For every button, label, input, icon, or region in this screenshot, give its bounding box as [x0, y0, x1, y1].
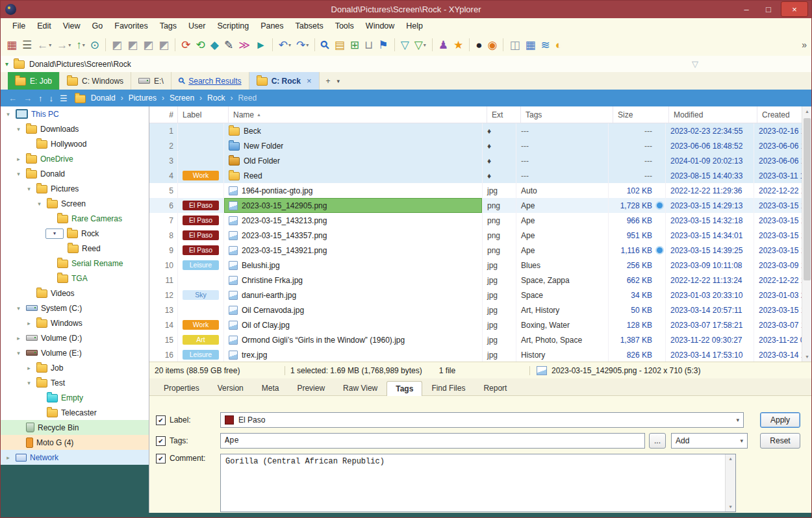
- label-combobox[interactable]: El Paso ▾: [220, 412, 744, 428]
- folder-dropdown-icon[interactable]: ▾: [45, 228, 64, 239]
- column-header-name[interactable]: Name▲: [229, 106, 487, 123]
- location-pin-button[interactable]: ⊙: [88, 36, 101, 53]
- up-button[interactable]: ↑▾: [74, 36, 87, 53]
- column-header-tags[interactable]: Tags: [521, 106, 613, 123]
- column-header-label[interactable]: Label: [178, 106, 229, 123]
- tree-item-videos[interactable]: Videos: [0, 286, 149, 301]
- scroll-thumb[interactable]: [804, 118, 811, 280]
- search-button[interactable]: ⚲: [319, 36, 331, 53]
- file-row[interactable]: 3Old Folder♦------2024-01-09 20:02:13202…: [149, 153, 812, 168]
- dropdown-arrow-icon[interactable]: ▾: [424, 42, 426, 48]
- column-header-modified[interactable]: Modified: [669, 106, 757, 123]
- crumb-down-icon[interactable]: ↓: [49, 93, 54, 103]
- expander-open-icon[interactable]: ▾: [14, 126, 23, 132]
- expander-open-icon[interactable]: ▾: [14, 350, 23, 356]
- tab-close-icon[interactable]: ×: [307, 76, 312, 86]
- crumb-forward-icon[interactable]: →: [23, 93, 32, 103]
- expander-open-icon[interactable]: ▾: [25, 186, 33, 192]
- tree-item-volume-d[interactable]: ▸Volume (D:): [0, 330, 149, 345]
- expander-closed-icon[interactable]: ▸: [4, 454, 12, 461]
- menu-item-tabsets[interactable]: Tabsets: [290, 21, 329, 31]
- package-button[interactable]: ◆: [209, 36, 221, 53]
- keypad-button[interactable]: ▦: [523, 36, 537, 53]
- tag-orange-button[interactable]: ◩: [157, 36, 171, 53]
- crumb-up-icon[interactable]: ↑: [38, 93, 43, 103]
- jump-button[interactable]: ≫: [236, 36, 252, 53]
- file-row[interactable]: 7El Paso2023-03-15_143213.pngpngApe966 K…: [149, 213, 812, 228]
- close-button[interactable]: ×: [781, 1, 808, 17]
- tree-item-empty[interactable]: Empty: [0, 390, 149, 405]
- tab-c-windows[interactable]: C: Windows: [60, 72, 131, 90]
- dropdown-arrow-icon[interactable]: ▾: [306, 42, 309, 48]
- tab-c-rock[interactable]: C: Rock×: [249, 72, 320, 90]
- menu-item-panes[interactable]: Panes: [255, 21, 289, 31]
- expander-open-icon[interactable]: ▾: [14, 171, 23, 177]
- tree-item-windows[interactable]: ▸Windows: [0, 315, 149, 330]
- list-scrollbar[interactable]: ▲ ▼: [802, 106, 812, 362]
- tree-item-recycle-bin[interactable]: Recycle Bin: [0, 420, 149, 435]
- tree-item-volume-e[interactable]: ▾Volume (E:): [0, 345, 149, 360]
- filter-green-button[interactable]: ▽▾: [412, 36, 428, 53]
- menu-item-tags[interactable]: Tags: [154, 21, 183, 31]
- comment-scrollbar[interactable]: ▲ ▼: [725, 454, 735, 512]
- panel-tab-version[interactable]: Version: [209, 380, 253, 395]
- tree-item-tga[interactable]: TGA: [0, 271, 149, 286]
- crumb-menu-icon[interactable]: ☰: [60, 93, 68, 103]
- menu-item-help[interactable]: Help: [400, 21, 429, 31]
- chevron-down-icon[interactable]: ▾: [736, 417, 739, 423]
- tab-list-dropdown-icon[interactable]: ▾: [337, 78, 340, 84]
- scroll-down-icon[interactable]: ▼: [729, 502, 731, 512]
- menu-item-edit[interactable]: Edit: [31, 21, 57, 31]
- colors-button[interactable]: ◐: [553, 36, 564, 53]
- expander-open-icon[interactable]: ▾: [35, 201, 44, 207]
- sync-button[interactable]: ⟲: [194, 36, 207, 53]
- comment-textarea[interactable]: Gorilla (Central African Republic) ▲ ▼: [220, 454, 736, 512]
- menu-item-window[interactable]: Window: [360, 21, 400, 31]
- new-tab-button[interactable]: +: [326, 77, 331, 86]
- app-logo-icon[interactable]: [5, 4, 16, 15]
- menu-item-view[interactable]: View: [57, 21, 86, 31]
- tree-item-this-pc[interactable]: ▾This PC: [0, 106, 149, 121]
- file-row[interactable]: 1Beck♦------2023-02-23 22:34:552023-02-1…: [149, 123, 812, 138]
- file-row[interactable]: 8El Paso2023-03-15_143357.pngpngApe951 K…: [149, 228, 812, 243]
- tree-item-test[interactable]: ▾Test: [0, 375, 149, 390]
- quill-button[interactable]: ✎: [222, 36, 235, 53]
- file-row[interactable]: 10LeisureBelushi.jpgjpgBlues256 KB2023-0…: [149, 258, 812, 273]
- file-row[interactable]: 13Oil Cernavoda.jpgjpgArt, History50 KB2…: [149, 302, 812, 317]
- breadcrumb-segment-donald[interactable]: Donald: [91, 93, 116, 103]
- back-button[interactable]: ←▾: [35, 36, 53, 53]
- scroll-up-icon[interactable]: ▲: [805, 106, 809, 116]
- file-row[interactable]: 9El Paso2023-03-15_143921.pngpngApe1,116…: [149, 243, 812, 258]
- panel-tab-report[interactable]: Report: [474, 380, 516, 395]
- refresh-button[interactable]: ⟳: [179, 36, 192, 53]
- add-tags-dropdown[interactable]: Add ▾: [671, 433, 748, 449]
- wave-button[interactable]: ≋: [539, 36, 552, 53]
- dart-button[interactable]: ►: [253, 36, 268, 53]
- dual-pane-button[interactable]: ◫: [507, 36, 522, 53]
- column-header-number[interactable]: #: [149, 106, 178, 123]
- dropdown-arrow-icon[interactable]: ▾: [49, 42, 51, 48]
- expander-open-icon[interactable]: ▾: [4, 111, 12, 117]
- menu-item-go[interactable]: Go: [86, 21, 109, 31]
- menu-item-favorites[interactable]: Favorites: [108, 21, 153, 31]
- reset-button[interactable]: Reset: [760, 433, 800, 449]
- pot-button[interactable]: ⊔: [362, 36, 375, 53]
- forward-button[interactable]: →▾: [55, 36, 73, 53]
- tab-e-job[interactable]: E: Job: [8, 72, 60, 90]
- tree-item-moto-g-4[interactable]: Moto G (4): [0, 435, 149, 450]
- address-bar[interactable]: ▾ Donald\Pictures\Screen\Rock ▽: [0, 56, 812, 73]
- tab-search-results[interactable]: ⚲Search Results: [171, 72, 249, 90]
- tree-item-job[interactable]: ▸Job: [0, 360, 149, 375]
- chevron-down-icon[interactable]: ▾: [740, 438, 743, 444]
- maximize-button[interactable]: □: [757, 2, 780, 16]
- expander-open-icon[interactable]: ▾: [25, 380, 33, 386]
- tree-item-rock[interactable]: ▾Rock: [0, 226, 149, 241]
- file-row[interactable]: 51964-pontiac-gto.jpgjpgAuto102 KB2022-1…: [149, 183, 812, 198]
- tree-item-network[interactable]: ▸Network: [0, 450, 149, 465]
- ghost-button[interactable]: ♟: [437, 36, 450, 53]
- comment-checkbox[interactable]: ✔: [156, 454, 166, 463]
- tree-item-screen[interactable]: ▾Screen: [0, 196, 149, 211]
- label-checkbox[interactable]: ✔: [156, 415, 166, 425]
- tree-item-hollywood[interactable]: Hollywood: [0, 136, 149, 151]
- column-header-size[interactable]: Size: [613, 106, 669, 123]
